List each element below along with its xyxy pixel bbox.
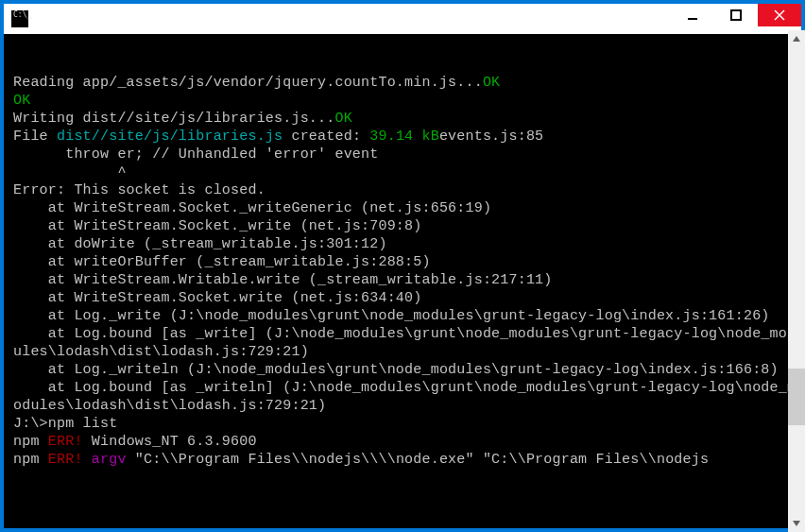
scrollbar[interactable] [788,30,805,532]
titlebar[interactable]: C:\_ [4,4,801,34]
terminal-text-segment: at writeOrBuffer (_stream_writable.js:28… [13,254,431,270]
svg-marker-5 [793,521,800,526]
terminal-text-segment: at WriteStream.Socket._writeGeneric (net… [13,200,491,216]
terminal-line: at Log.bound [as _writeln] (J:\node_modu… [13,379,797,415]
terminal-text-segment: at WriteStream.Writable.write (_stream_w… [13,272,553,288]
terminal-text-segment: at WriteStream.Socket._write (net.js:709… [13,218,421,234]
terminal-text-segment: "C:\\Program Files\\nodejs\\\\node.exe" … [127,452,710,468]
terminal-text-segment: at Log.bound [as _writeln] (J:\node_modu… [13,380,796,414]
terminal-line: File dist//site/js/libraries.js created:… [13,128,797,146]
terminal-line: Reading app/_assets/js/vendor/jquery.cou… [13,74,797,92]
terminal-text-segment: at Log._writeln (J:\node_modules\grunt\n… [13,362,779,378]
terminal-line: at WriteStream.Socket._write (net.js:709… [13,217,797,235]
terminal-line: J:\>npm list [13,415,797,433]
terminal-text-segment: at doWrite (_stream_writable.js:301:12) [13,236,387,252]
terminal-text-segment: throw er; // Unhandled 'error' event [13,146,378,163]
terminal-text-segment: Writing dist//site/js/libraries.js... [13,111,334,127]
terminal-line: ^ [13,163,797,181]
svg-rect-1 [731,10,741,20]
terminal-text-segment: ERR! [48,434,83,450]
terminal-text-segment: dist//site/js/libraries.js [57,129,283,145]
terminal-line: at Log._writeln (J:\node_modules\grunt\n… [13,361,797,379]
terminal-text-segment: ^ [13,164,127,180]
terminal-line: at doWrite (_stream_writable.js:301:12) [13,235,797,253]
terminal-text-segment: npm [13,452,48,468]
terminal-text-segment: at Log._write (J:\node_modules\grunt\nod… [13,308,770,324]
terminal-text-segment: Error: This socket is closed. [13,182,265,198]
terminal-line: at WriteStream.Writable.write (_stream_w… [13,271,797,289]
terminal-line: throw er; // Unhandled 'error' event [13,146,797,163]
minimize-button[interactable] [671,4,714,26]
terminal-text-segment: argv [92,452,127,468]
terminal-line: at Log.bound [as _write] (J:\node_module… [13,325,797,361]
terminal-text-segment [83,452,92,468]
terminal-text-segment: J:\>npm list [13,416,117,432]
scroll-up-arrow-icon[interactable] [788,30,805,47]
terminal-line: OK [13,92,797,110]
terminal-text-segment: at WriteStream.Socket.write (net.js:634:… [13,290,421,306]
terminal-line: at WriteStream.Socket._writeGeneric (net… [13,199,797,217]
terminal-line: npm ERR! argv "C:\\Program Files\\nodejs… [13,451,797,469]
terminal-text-segment: Reading app/_assets/js/vendor/jquery.cou… [13,75,483,91]
terminal-line: at WriteStream.Socket.write (net.js:634:… [13,289,797,307]
terminal-text-segment: events.js:85 [439,129,543,145]
scroll-down-arrow-icon[interactable] [788,515,805,532]
scroll-track[interactable] [788,47,805,515]
terminal-text-segment: created: [283,129,369,145]
terminal-line: npm ERR! Windows_NT 6.3.9600 [13,433,797,451]
window-controls [671,4,801,26]
terminal-line: at writeOrBuffer (_stream_writable.js:28… [13,253,797,271]
terminal-line: at Log._write (J:\node_modules\grunt\nod… [13,307,797,325]
terminal-text-segment: at Log.bound [as _write] (J:\node_module… [13,326,796,360]
terminal-text-segment: Windows_NT 6.3.9600 [83,434,257,450]
cmd-icon: C:\_ [11,10,28,27]
terminal-window: C:\_ Reading app/_assets/js/vendor/jquer… [3,3,802,529]
terminal-output[interactable]: Reading app/_assets/js/vendor/jquery.cou… [4,34,801,528]
terminal-text-segment: OK [13,93,30,109]
maximize-button[interactable] [714,4,758,26]
terminal-text-segment: OK [483,75,500,91]
terminal-text-segment: ERR! [48,452,83,468]
scroll-thumb[interactable] [788,369,805,425]
terminal-text-segment: 39.14 kB [369,129,439,145]
terminal-line: Error: This socket is closed. [13,181,797,199]
terminal-text-segment: npm [13,434,48,450]
terminal-line: Writing dist//site/js/libraries.js...OK [13,110,797,128]
svg-marker-4 [793,36,800,42]
terminal-text-segment: File [13,129,57,145]
close-button[interactable] [758,4,801,26]
terminal-text-segment: OK [334,111,351,127]
